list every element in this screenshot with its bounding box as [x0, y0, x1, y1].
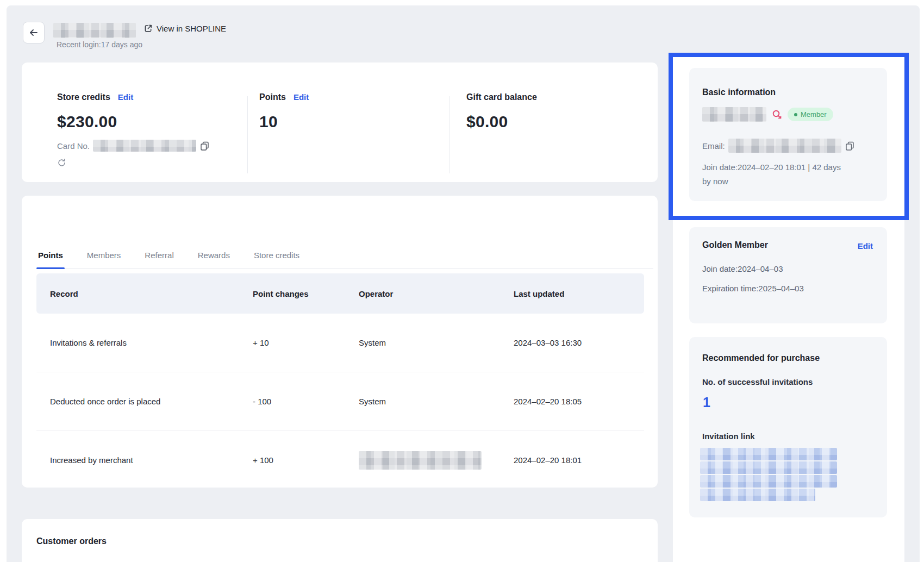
tab-points[interactable]: Points: [38, 251, 63, 260]
card-no-redacted: [93, 140, 196, 152]
search-customer-icon[interactable]: [771, 109, 783, 120]
gift-card-balance-value: $0.00: [466, 113, 508, 131]
member-badge-label: Member: [801, 110, 827, 118]
basic-information-title: Basic information: [702, 88, 776, 97]
store-credits-edit-link[interactable]: Edit: [118, 92, 133, 102]
tab-members[interactable]: Members: [87, 251, 121, 260]
tab-referral[interactable]: Referral: [145, 251, 173, 260]
redacted-line: [700, 461, 837, 474]
golden-member-expiration: Expiration time:2025–04–03: [702, 284, 804, 293]
join-date-text: Join date:2024–02–20 18:01 | 42 days by …: [702, 160, 841, 189]
tab-rewards[interactable]: Rewards: [198, 251, 230, 260]
table-row: Invitations & referrals + 10 System 2024…: [36, 314, 644, 372]
points-value: 10: [259, 113, 278, 131]
basic-information-card: Basic information Member Email: Join dat…: [689, 68, 887, 201]
successful-invitations-count: 1: [703, 395, 710, 410]
email-redacted: [728, 139, 841, 153]
recommended-for-purchase-card: Recommended for purchase No. of successf…: [689, 337, 887, 517]
invitation-link-label: Invitation link: [702, 432, 755, 441]
golden-member-card: Golden Member Edit Join date:2024–04–03 …: [689, 227, 887, 323]
customer-name-redacted: [53, 23, 136, 38]
email-row: Email:: [702, 139, 855, 153]
column-header-record: Record: [36, 289, 236, 298]
points-label: Points: [259, 92, 286, 102]
blurred-operator: [359, 451, 482, 470]
column-header-operator: Operator: [342, 289, 497, 298]
cell-record: Invitations & referrals: [36, 338, 236, 347]
table-row: Deducted once order is placed - 100 Syst…: [36, 372, 644, 431]
back-button[interactable]: [23, 22, 45, 43]
copy-icon[interactable]: [845, 141, 855, 151]
redacted-line: [700, 475, 837, 488]
cell-operator: System: [342, 397, 497, 406]
table-header-row: Record Point changes Operator Last updat…: [36, 273, 644, 314]
copy-icon[interactable]: [199, 141, 210, 151]
view-in-shopline-link[interactable]: View in SHOPLINE: [143, 24, 226, 33]
cell-last-updated: 2024–02–20 18:05: [497, 397, 644, 406]
card-no-label: Card No.: [57, 141, 90, 151]
cell-record: Increased by merchant: [36, 455, 236, 465]
points-records-table: Record Point changes Operator Last updat…: [36, 273, 644, 489]
records-card: Points Members Referral Rewards Store cr…: [22, 196, 658, 488]
table-row: Increased by merchant + 100 2024–02–20 1…: [36, 431, 644, 489]
column-divider: [247, 96, 248, 173]
cell-point-changes: - 100: [236, 397, 342, 406]
records-tabs: Points Members Referral Rewards Store cr…: [38, 229, 653, 269]
cell-last-updated: 2024–02–20 18:01: [497, 455, 644, 465]
external-link-icon: [143, 24, 153, 33]
golden-member-edit-link[interactable]: Edit: [858, 241, 873, 251]
redacted-line: [700, 448, 837, 460]
tab-store-credits[interactable]: Store credits: [254, 251, 299, 260]
column-header-point-changes: Point changes: [236, 289, 342, 298]
points-edit-link[interactable]: Edit: [294, 92, 309, 102]
customer-orders-title: Customer orders: [36, 536, 107, 546]
golden-member-join-date: Join date:2024–04–03: [702, 264, 783, 273]
cell-operator: System: [342, 338, 497, 347]
refresh-icon[interactable]: [57, 158, 66, 167]
cell-point-changes: + 100: [236, 455, 342, 465]
member-badge: Member: [788, 108, 833, 121]
invitation-link-redacted: [700, 448, 837, 502]
customer-name-redacted: [702, 107, 766, 122]
store-credits-value: $230.00: [57, 113, 117, 131]
member-status-dot: [794, 113, 797, 116]
cell-point-changes: + 10: [236, 338, 342, 347]
balances-card: Store credits Edit $230.00 Card No. Poin…: [22, 63, 658, 182]
successful-invitations-label: No. of successful invitations: [702, 377, 813, 386]
cell-last-updated: 2024–03–03 16:30: [497, 338, 644, 347]
gift-card-balance-label: Gift card balance: [466, 92, 537, 102]
email-label: Email:: [702, 141, 725, 151]
store-credits-label: Store credits: [57, 92, 110, 102]
column-header-last-updated: Last updated: [497, 289, 644, 298]
recommended-title: Recommended for purchase: [702, 353, 820, 363]
customer-orders-card: Customer orders: [22, 519, 658, 562]
column-divider: [449, 96, 450, 173]
redacted-line: [700, 489, 815, 501]
back-arrow-icon: [28, 27, 39, 38]
view-in-shopline-label: View in SHOPLINE: [157, 24, 226, 33]
recent-login-text: Recent login:17 days ago: [57, 40, 142, 49]
customer-name-row: Member: [702, 107, 833, 122]
cell-record: Deducted once order is placed: [36, 397, 236, 406]
golden-member-title: Golden Member: [702, 240, 768, 250]
